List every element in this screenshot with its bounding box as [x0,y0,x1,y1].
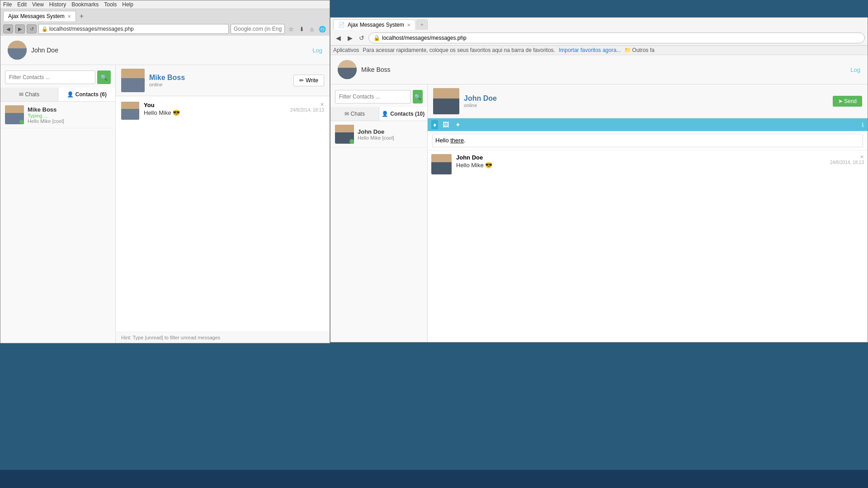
msg-body-2: John Doe Hello Mike 😎 [456,154,819,174]
msg-sender-1: You [144,102,283,108]
write-button-1[interactable]: ✏ Write [293,75,324,86]
pencil-icon-1: ✏ [299,77,304,84]
toolbar-link-icon[interactable]: ✦ [453,120,462,129]
menu-tools[interactable]: Tools [104,1,117,8]
chrome-search-1[interactable] [231,24,285,34]
right-panel-2: John Doe online ➤ Send ♦ 🖼 ✦ ℹ [428,84,868,342]
new-tab-button-1[interactable]: + [77,11,86,21]
url-text-1: localhost/messages/messages.php [49,26,134,32]
chat-toolbar-2: ♦ 🖼 ✦ ℹ [428,118,868,131]
send-button-header-2[interactable]: ➤ Send [833,96,862,107]
filter-row-1: 🔍 [0,65,115,88]
send-icon-header-2: ➤ [838,98,843,104]
msg-body-1: You Hello Mike 😎 [144,102,283,120]
message-item-1: You Hello Mike 😎 ✕ 24/8/2014, 18:13 [121,102,324,120]
tab-label-1: Ajax Messages System [8,13,65,19]
chat-user-details-1: Mike Boss online [149,74,185,87]
avatar-1 [8,41,27,60]
contacts-tabs-2: ✉ Chats 👤 Contacts (10) [330,107,427,121]
bookmarks-hint: Para acessar rapidamente, coloque os seu… [363,47,555,53]
contact-typing-mikeboss: Typing ... [28,113,111,118]
active-tab-1[interactable]: Ajax Messages System ✕ [3,11,76,21]
logout-2[interactable]: Log [850,66,860,73]
online-indicator-mikeboss [19,120,24,124]
contact-item-johndoe[interactable]: John Doe Hello Mike [cool] [330,121,427,148]
address-bar-1: ◀ ▶ ↺ 🔒 localhost/messages/messages.php … [3,23,327,36]
contact-avatar-mikeboss [5,105,24,124]
chat-contact-name-1: Mike Boss [149,74,185,82]
url-box-2[interactable]: 🔒 localhost/messages/messages.php [368,33,865,43]
back-btn-2[interactable]: ◀ [333,33,343,43]
logout-1[interactable]: Log [312,47,322,54]
filter-contacts-input-2[interactable] [335,90,411,103]
menu-history[interactable]: History [49,1,66,8]
filter-search-button-1[interactable]: 🔍 [97,70,111,84]
avatar-2 [338,60,357,79]
toolbar-image-icon[interactable]: 🖼 [441,120,451,129]
msg-close-1[interactable]: ✕ [320,102,324,108]
toolbar-info-icon[interactable]: ℹ [862,122,864,128]
chats-tab-2[interactable]: ✉ Chats [330,107,379,121]
chats-icon-1: ✉ [19,91,24,98]
back-button-1[interactable]: ◀ [3,24,13,33]
tab-close-1[interactable]: ✕ [67,14,71,19]
contact-info-johndoe: John Doe Hello Mike [cool] [358,128,423,141]
forward-button-1[interactable]: ▶ [15,24,25,33]
url-box-1[interactable]: 🔒 localhost/messages/messages.php [38,24,229,34]
compose-area-2: Hello there. [428,131,868,150]
import-bookmarks-link[interactable]: Importar favoritos agora... [559,47,621,53]
app-content-2: Mike Boss Log 🔍 ✉ Chats 👤 [330,55,868,342]
main-layout-1: 🔍 ✉ Chats 👤 Contacts (6) [0,65,330,343]
star-icon[interactable]: ☆ [287,24,296,33]
forward-btn-2[interactable]: ▶ [345,33,355,43]
chat-user-info-1: Mike Boss online [121,69,185,92]
browser-window-1: File Edit View History Bookmarks Tools H… [0,0,330,343]
toolbar-bold-icon[interactable]: ♦ [431,120,438,129]
filter-contacts-input-1[interactable] [5,70,95,84]
chat-avatar-2 [433,88,459,114]
chats-tab-1[interactable]: ✉ Chats [0,88,58,101]
msg-text-2: Hello Mike 😎 [456,162,819,169]
chat-messages-2: John Doe Hello Mike 😎 ✕ 24/8/2014, 18:13 [428,150,868,342]
contacts-tab-2[interactable]: 👤 Contacts (10) [379,107,428,121]
msg-time-2: 24/8/2014, 18:13 [830,160,864,165]
lock-icon-1: 🔒 [42,26,48,32]
menu-file[interactable]: File [3,1,12,8]
menu-bookmarks[interactable]: Bookmarks [71,1,99,8]
chat-status-1: online [149,82,185,87]
tab-close-2[interactable]: ✕ [407,23,410,28]
home-icon[interactable]: ⌂ [307,24,316,33]
app-header-1: John Doe Log [0,36,330,65]
browser-tools-1: ☆ ⬇ ⌂ 🌐 [287,24,327,33]
chat-avatar-1 [121,69,145,92]
contact-name-johndoe: John Doe [358,128,423,135]
url-icon-2: 🔒 [373,35,380,41]
refresh-btn-2[interactable]: ↺ [357,33,367,43]
menu-help[interactable]: Help [122,1,133,8]
contact-item-mikeboss[interactable]: Mike Boss Typing ... Hello Mike [cool] [0,102,115,128]
msg-close-2[interactable]: ✕ [860,154,864,160]
active-tab-2[interactable]: 📄 Ajax Messages System ✕ [333,19,415,30]
user-info-2: Mike Boss [338,60,391,79]
contacts-icon-1: 👤 [67,91,74,98]
menu-view[interactable]: View [32,1,44,8]
chat-header-1: Mike Boss online ✏ Write [116,65,330,96]
online-indicator-johndoe [349,139,354,144]
download-icon[interactable]: ⬇ [297,24,306,33]
msg-avatar-2 [431,154,452,174]
filter-search-button-2[interactable]: 🔍 [413,90,423,103]
tab-icon-2: 📄 [338,22,345,28]
app-header-2: Mike Boss Log [330,55,868,84]
username-2: Mike Boss [361,66,391,73]
menu-edit[interactable]: Edit [17,1,27,8]
bookmarks-folder: 📁 Outros fa [624,47,654,53]
taskbar [0,470,868,488]
contacts-tab-label-1: Contacts (6) [75,91,107,98]
msg-avatar-1 [121,102,139,120]
globe-icon[interactable]: 🌐 [318,24,327,33]
new-tab-placeholder[interactable]: + [416,19,428,30]
compose-text-2[interactable]: Hello there. [432,134,863,147]
contacts-tab-1[interactable]: 👤 Contacts (6) [58,88,116,101]
filter-row-2: 🔍 [330,84,427,107]
refresh-button-1[interactable]: ↺ [27,24,37,33]
